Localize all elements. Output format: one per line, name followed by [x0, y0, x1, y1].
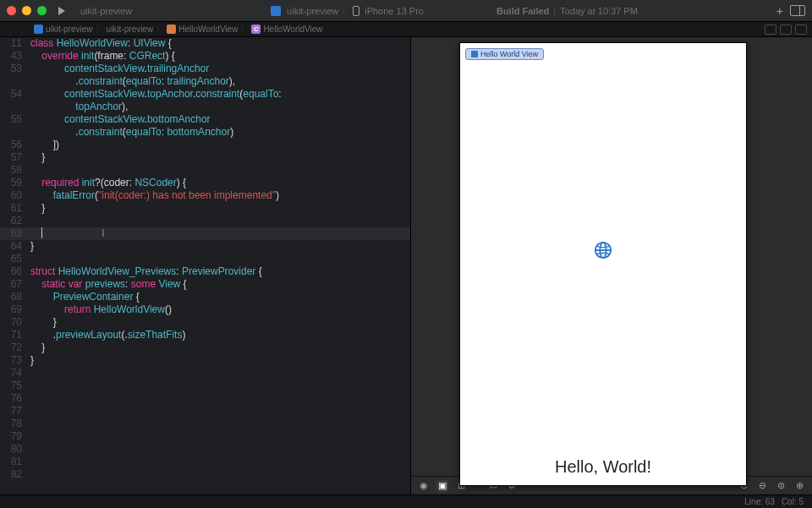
preview-canvas[interactable]: Hello World View Hello, World! — [459, 42, 747, 486]
separator: | — [553, 6, 556, 16]
line-number: 57 — [0, 151, 30, 164]
device-label[interactable]: iPhone 13 Pro — [365, 6, 424, 16]
line-number: 68 — [0, 291, 30, 303]
chevron-right-icon: 〉 — [240, 24, 249, 36]
build-status: Build Failed — [497, 6, 549, 16]
chevron-right-icon: 〉 — [96, 24, 104, 36]
breadcrumb-item[interactable]: uikit-preview — [46, 25, 93, 34]
scheme-label[interactable]: uikit-preview — [287, 6, 338, 16]
line-number: 58 — [0, 164, 30, 177]
line-number: 73 — [0, 354, 30, 367]
zoom-actual-icon[interactable]: ⊜ — [775, 480, 787, 492]
chevron-right-icon: 〉 — [156, 24, 164, 36]
line-number: 43 — [0, 50, 30, 63]
editor-option-icon[interactable] — [765, 25, 776, 35]
device-icon — [353, 6, 359, 16]
line-number: 75 — [0, 380, 30, 392]
jump-bar: uikit-preview 〉 uikit-preview 〉 HelloWor… — [0, 22, 812, 37]
build-time: Today at 10:37 PM — [560, 6, 638, 16]
line-number: 78 — [0, 418, 30, 430]
line-number: 82 — [0, 468, 30, 481]
line-number: 77 — [0, 405, 30, 418]
text-cursor — [41, 227, 42, 238]
class-icon: C — [251, 25, 261, 34]
line-number: 67 — [0, 278, 30, 291]
line-number: 66 — [0, 265, 30, 278]
close-window-button[interactable] — [7, 6, 16, 15]
chevron-right-icon: 〉 — [341, 4, 350, 17]
zoom-window-button[interactable] — [37, 6, 47, 15]
preview-name-label: Hello World View — [480, 50, 538, 58]
breadcrumb-item[interactable]: HelloWorldView — [178, 25, 238, 34]
globe-icon — [594, 241, 612, 259]
line-number: 62 — [0, 215, 30, 227]
line-number: 70 — [0, 316, 30, 329]
cursor-line: Line: 63 — [744, 497, 775, 506]
line-number — [0, 101, 30, 113]
line-number: 56 — [0, 139, 30, 151]
line-number: 54 — [0, 88, 30, 101]
line-number: 61 — [0, 202, 30, 215]
selectable-preview-icon[interactable]: ▣ — [436, 480, 448, 492]
titlebar: uikit-preview uikit-preview 〉 iPhone 13 … — [0, 0, 812, 22]
line-number: 69 — [0, 303, 30, 316]
run-button-icon[interactable] — [58, 7, 65, 15]
line-number: 65 — [0, 253, 30, 265]
breadcrumb-item[interactable]: HelloWorldView — [263, 25, 322, 34]
line-number: 80 — [0, 443, 30, 456]
line-number: 11 — [0, 37, 30, 50]
minimize-window-button[interactable] — [22, 6, 31, 15]
scheme-name[interactable]: uikit-preview — [80, 6, 132, 16]
project-icon — [34, 25, 43, 34]
line-number: 53 — [0, 63, 30, 75]
line-number — [0, 126, 30, 139]
cursor-col: Col: 5 — [782, 497, 804, 506]
line-number — [0, 75, 30, 88]
preview-badge-icon — [471, 51, 478, 57]
line-number: 79 — [0, 430, 30, 443]
editor-option-icon[interactable] — [780, 25, 792, 35]
toggle-right-panel-button[interactable] — [790, 5, 805, 16]
status-bar: Line: 63 Col: 5 — [0, 494, 812, 508]
line-number: 60 — [0, 189, 30, 202]
breadcrumb-item[interactable]: uikit-preview — [107, 25, 154, 34]
line-number: 55 — [0, 113, 30, 126]
preview-label: Hello, World! — [460, 457, 746, 485]
line-number: 72 — [0, 341, 30, 354]
line-number: 59 — [0, 177, 30, 189]
live-preview-icon[interactable]: ◉ — [418, 480, 430, 492]
ibeam-icon: I — [102, 227, 104, 240]
zoom-in-icon[interactable]: ⊕ — [793, 480, 805, 492]
preview-name-badge[interactable]: Hello World View — [465, 48, 544, 60]
line-number: 71 — [0, 329, 30, 341]
line-number: 63 — [0, 227, 30, 240]
add-tab-button[interactable]: + — [776, 4, 783, 18]
line-number: 81 — [0, 456, 30, 468]
app-icon — [271, 6, 281, 16]
zoom-out-icon[interactable]: ⊖ — [756, 480, 768, 492]
editor-option-icon[interactable] — [795, 25, 807, 35]
window-controls — [7, 6, 47, 15]
line-number: 74 — [0, 367, 30, 380]
code-editor[interactable]: 11class HelloWorldView: UIView { 43 over… — [0, 37, 410, 494]
line-number: 76 — [0, 392, 30, 405]
line-number: 64 — [0, 240, 30, 253]
preview-pane: 📌 Hello World View Hello, World! — [410, 37, 812, 494]
swift-file-icon — [167, 25, 176, 34]
